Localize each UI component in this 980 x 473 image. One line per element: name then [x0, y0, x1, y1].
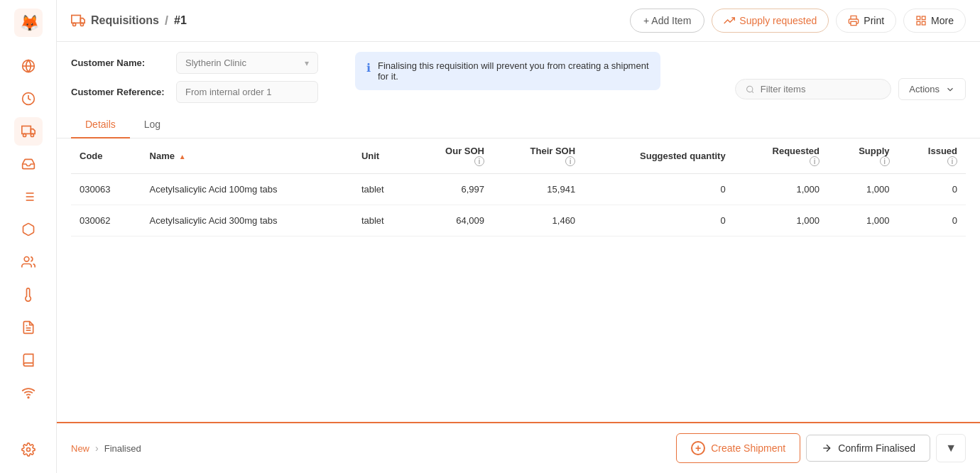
print-icon [848, 15, 859, 26]
sidebar-item-list[interactable] [14, 183, 43, 211]
sidebar-item-truck[interactable] [14, 117, 43, 146]
customer-name-field[interactable]: Slytherin Clinic ▾ [176, 52, 318, 74]
col-header-supply: Supply i [828, 138, 898, 174]
confirm-finalised-label: Confirm Finalised [838, 442, 915, 454]
customer-reference-row: Customer Reference: From internal order … [71, 81, 341, 103]
tabs: Details Log [57, 112, 980, 138]
cell-name: Acetylsalicylic Acid 300mg tabs [141, 205, 353, 236]
breadcrumb-root[interactable]: Requisitions [91, 14, 159, 27]
cell-supply: 1,000 [828, 205, 898, 236]
sidebar-item-settings[interactable] [14, 435, 43, 464]
svg-rect-26 [922, 16, 925, 20]
tab-details[interactable]: Details [71, 112, 130, 138]
filter-items-input[interactable] [735, 79, 891, 99]
info-icon: ℹ [366, 61, 371, 75]
svg-marker-21 [80, 18, 85, 23]
footer-actions: + Create Shipment Confirm Finalised ▼ [676, 433, 966, 463]
svg-rect-27 [922, 21, 925, 25]
cell-requested: 1,000 [734, 174, 828, 205]
info-banner-text: Finalising this requisition will prevent… [378, 60, 649, 82]
cell-our_soh: 64,009 [411, 205, 493, 236]
actions-dropdown[interactable]: Actions [898, 78, 966, 100]
col-header-issued: Issued i [898, 138, 966, 174]
tab-log[interactable]: Log [130, 112, 175, 138]
svg-point-15 [24, 257, 29, 262]
create-shipment-icon: + [691, 441, 705, 455]
svg-rect-20 [72, 16, 81, 23]
items-table-container: Code Name ▲ Unit Our SOH i Their SOH [57, 138, 980, 422]
supply-requested-label: Supply requested [739, 15, 817, 26]
more-button[interactable]: More [903, 9, 966, 33]
sidebar-item-document[interactable] [14, 313, 43, 342]
create-shipment-button[interactable]: + Create Shipment [676, 433, 800, 463]
svg-point-18 [28, 397, 29, 398]
customer-reference-field[interactable]: From internal order 1 [176, 81, 318, 103]
main-content: Requisitions / #1 + Add Item Supply requ… [57, 0, 980, 473]
filter-items-text-input[interactable] [761, 84, 881, 94]
sidebar-item-thermometer[interactable] [14, 281, 43, 309]
cell-their_soh: 1,460 [493, 205, 584, 236]
confirm-finalised-button[interactable]: Confirm Finalised [806, 435, 930, 462]
print-label: Print [864, 15, 884, 26]
sidebar-item-inbox[interactable] [14, 150, 43, 178]
print-button[interactable]: Print [836, 9, 896, 33]
cell-our_soh: 6,997 [411, 174, 493, 205]
cell-suggested_quantity: 0 [584, 205, 734, 236]
our-soh-info-icon: i [474, 156, 484, 166]
cell-unit: tablet [353, 205, 411, 236]
page-footer: New › Finalised + Create Shipment Confir… [57, 422, 980, 473]
svg-rect-24 [851, 21, 856, 25]
sidebar-item-users[interactable] [14, 248, 43, 276]
breadcrumb: Requisitions / #1 [71, 13, 187, 28]
cell-issued: 0 [898, 205, 966, 236]
more-label: More [931, 15, 954, 26]
customer-reference-value: From internal order 1 [185, 87, 271, 97]
chevron-down-icon: ▾ [305, 58, 309, 68]
supply-requested-button[interactable]: Supply requested [712, 9, 829, 33]
table-row[interactable]: 030062Acetylsalicylic Acid 300mg tabstab… [71, 205, 966, 236]
svg-rect-5 [21, 126, 30, 134]
arrow-right-icon [821, 442, 832, 454]
col-header-unit: Unit [353, 138, 411, 174]
svg-point-29 [747, 86, 753, 92]
svg-rect-28 [917, 21, 920, 25]
cell-unit: tablet [353, 174, 411, 205]
add-item-button[interactable]: + Add Item [630, 9, 704, 33]
col-header-code: Code [71, 138, 141, 174]
app-logo: 🦊 [13, 7, 44, 38]
more-icon [915, 15, 927, 26]
col-header-their-soh: Their SOH i [493, 138, 584, 174]
customer-reference-label: Customer Reference: [71, 87, 170, 97]
their-soh-info-icon: i [565, 156, 575, 166]
sidebar-item-book[interactable] [14, 346, 43, 374]
cell-suggested_quantity: 0 [584, 174, 734, 205]
col-header-requested: Requested i [734, 138, 828, 174]
cell-issued: 0 [898, 174, 966, 205]
col-header-name[interactable]: Name ▲ [141, 138, 353, 174]
sidebar-item-globe[interactable] [14, 52, 43, 80]
actions-label: Actions [909, 84, 940, 94]
footer-chevron-button[interactable]: ▼ [936, 434, 966, 462]
supply-icon [724, 15, 735, 26]
breadcrumb-current: #1 [174, 14, 187, 27]
issued-info-icon: i [947, 156, 957, 166]
top-section: Customer Name: Slytherin Clinic ▾ Custom… [57, 42, 980, 103]
svg-point-7 [23, 134, 26, 136]
sidebar-item-clock[interactable] [14, 85, 43, 113]
svg-point-8 [31, 134, 33, 136]
info-banner: ℹ Finalising this requisition will preve… [355, 52, 660, 90]
cell-name: Acetylsalicylic Acid 100mg tabs [141, 174, 353, 205]
status-steps: New › Finalised [71, 442, 141, 454]
create-shipment-label: Create Shipment [711, 442, 785, 454]
svg-marker-6 [31, 129, 35, 134]
form-fields: Customer Name: Slytherin Clinic ▾ Custom… [71, 52, 341, 103]
supply-info-icon: i [880, 156, 890, 166]
svg-rect-25 [917, 16, 920, 20]
customer-name-label: Customer Name: [71, 58, 170, 68]
cell-code: 030063 [71, 174, 141, 205]
customer-name-row: Customer Name: Slytherin Clinic ▾ [71, 52, 341, 74]
step-new: New [71, 443, 89, 454]
sidebar-item-wifi[interactable] [14, 379, 43, 407]
sidebar-item-box[interactable] [14, 215, 43, 244]
table-row[interactable]: 030063Acetylsalicylic Acid 100mg tabstab… [71, 174, 966, 205]
